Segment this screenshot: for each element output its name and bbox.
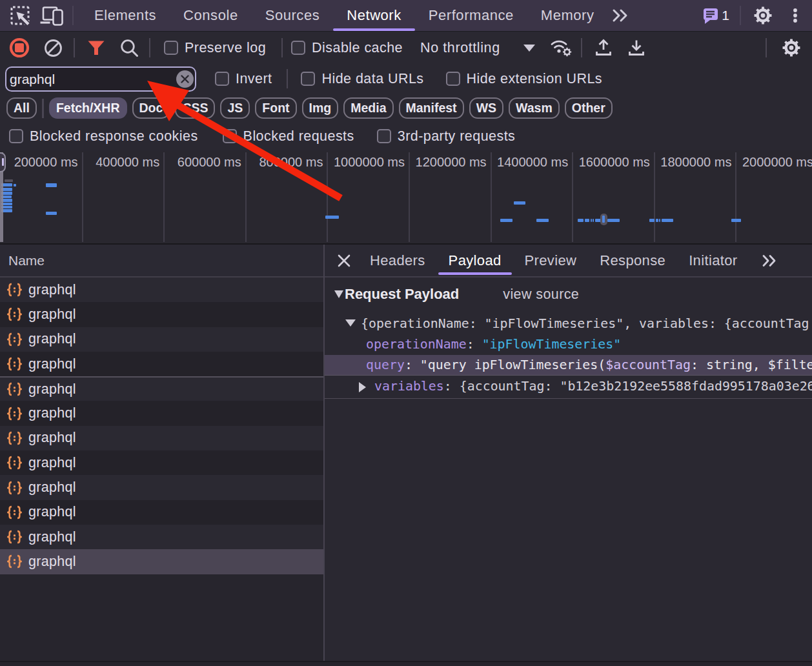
waterfall-bar bbox=[46, 183, 57, 187]
checkbox-box[interactable] bbox=[215, 72, 229, 86]
filter-pill-img[interactable]: Img bbox=[302, 97, 339, 119]
close-details-icon[interactable] bbox=[338, 254, 350, 267]
network-settings-gear-icon[interactable] bbox=[782, 39, 800, 57]
view-source-link[interactable]: view source bbox=[503, 287, 579, 303]
issues-icon[interactable] bbox=[703, 8, 718, 24]
details-tab-response[interactable]: Response bbox=[588, 245, 677, 276]
disable-cache-checkbox[interactable]: Disable cache bbox=[291, 40, 403, 56]
tab-memory[interactable]: Memory bbox=[527, 0, 608, 31]
checkbox-box[interactable] bbox=[301, 72, 315, 86]
checkbox-box[interactable] bbox=[9, 129, 23, 143]
payload-tree-row[interactable]: operationName: "ipFlowTimeseries" bbox=[325, 334, 812, 354]
network-conditions-icon[interactable] bbox=[551, 39, 573, 57]
more-tabs-icon[interactable] bbox=[608, 8, 634, 23]
overview-window-handle[interactable] bbox=[0, 152, 6, 172]
preserve-log-checkbox[interactable]: Preserve log bbox=[164, 40, 266, 56]
request-row[interactable]: graphql bbox=[0, 500, 323, 525]
network-overview-timeline[interactable]: 200000 ms400000 ms600000 ms800000 ms1000… bbox=[0, 150, 812, 245]
kebab-menu-icon[interactable] bbox=[793, 8, 798, 23]
filter-pill-media[interactable]: Media bbox=[343, 97, 393, 119]
details-tab-preview[interactable]: Preview bbox=[513, 245, 589, 276]
filter-pill-other[interactable]: Other bbox=[565, 97, 613, 119]
tab-network[interactable]: Network bbox=[333, 0, 415, 31]
filter-pill-doc[interactable]: Doc bbox=[132, 97, 170, 119]
request-row[interactable]: graphql bbox=[0, 278, 323, 302]
request-name: graphql bbox=[28, 331, 76, 347]
details-tab-initiator[interactable]: Initiator bbox=[677, 245, 749, 276]
filter-pill-font[interactable]: Font bbox=[255, 97, 296, 119]
hide-extension-urls-checkbox[interactable]: Hide extension URLs bbox=[446, 71, 603, 87]
waterfall-bar bbox=[607, 219, 620, 222]
settings-gear-icon[interactable] bbox=[754, 6, 772, 25]
filter-pill-wasm[interactable]: Wasm bbox=[509, 97, 560, 119]
waterfall-bar bbox=[536, 219, 549, 222]
filter-pill-manifest[interactable]: Manifest bbox=[399, 97, 464, 119]
request-row[interactable]: graphql bbox=[0, 450, 323, 475]
request-row[interactable]: graphql bbox=[0, 376, 323, 401]
details-tab-payload[interactable]: Payload bbox=[437, 245, 513, 276]
name-column-label: Name bbox=[8, 253, 45, 268]
hide-data-urls-checkbox[interactable]: Hide data URLs bbox=[301, 71, 423, 87]
json-braces-icon bbox=[7, 307, 22, 322]
request-row[interactable]: graphql bbox=[0, 525, 323, 549]
json-braces-icon bbox=[7, 381, 22, 397]
tab-label: Network bbox=[347, 7, 401, 24]
checkbox-label: Hide data URLs bbox=[321, 71, 423, 87]
collapsed-triangle-icon[interactable] bbox=[359, 382, 366, 392]
tab-label: Performance bbox=[429, 7, 514, 24]
requests-list: graphqlgraphqlgraphqlgraphqlgraphqlgraph… bbox=[0, 278, 323, 574]
third-party-requests-checkbox[interactable]: 3rd-party requests bbox=[377, 128, 516, 145]
issues-count: 1 bbox=[722, 8, 729, 23]
tab-performance[interactable]: Performance bbox=[415, 0, 527, 31]
tab-elements[interactable]: Elements bbox=[81, 0, 170, 31]
request-row[interactable]: graphql bbox=[0, 302, 323, 327]
filter-pill-js[interactable]: JS bbox=[220, 97, 250, 119]
filter-pill-fetch-xhr[interactable]: Fetch/XHR bbox=[49, 97, 127, 119]
tab-console[interactable]: Console bbox=[170, 0, 252, 31]
timeline-tick-label: 2000000 ms bbox=[742, 155, 812, 170]
filter-input[interactable]: graphql bbox=[5, 66, 196, 92]
request-row[interactable]: graphql bbox=[0, 327, 323, 352]
checkbox-box[interactable] bbox=[164, 41, 178, 55]
request-row[interactable]: graphql bbox=[0, 549, 323, 574]
filter-pill-ws[interactable]: WS bbox=[469, 97, 503, 119]
filter-input-value: graphql bbox=[10, 72, 176, 87]
inspect-element-icon[interactable] bbox=[9, 6, 31, 26]
invert-checkbox[interactable]: Invert bbox=[215, 71, 272, 87]
import-har-icon[interactable] bbox=[594, 39, 613, 57]
export-har-icon[interactable] bbox=[627, 39, 645, 57]
payload-tree-row[interactable]: variables: {accountTag: "b12e3b2192ee558… bbox=[325, 376, 812, 396]
timeline-tick-label: 1600000 ms bbox=[579, 155, 650, 170]
filter-pill-all[interactable]: All bbox=[6, 97, 37, 119]
clear-filter-icon[interactable] bbox=[176, 70, 194, 88]
tab-label: Memory bbox=[541, 7, 594, 24]
search-icon[interactable] bbox=[120, 39, 139, 57]
request-payload-section-header[interactable]: Request Payload view source bbox=[334, 286, 579, 303]
payload-tree-row[interactable]: query: "query ipFlowTimeseries($accountT… bbox=[325, 355, 812, 376]
filter-pill-css[interactable]: CSS bbox=[175, 97, 215, 119]
checkbox-box[interactable] bbox=[291, 41, 305, 55]
device-toolbar-icon[interactable] bbox=[39, 6, 65, 26]
request-row[interactable]: graphql bbox=[0, 352, 323, 376]
name-column-header[interactable]: Name bbox=[0, 245, 323, 278]
checkbox-box[interactable] bbox=[377, 129, 391, 143]
filter-icon[interactable] bbox=[87, 40, 105, 56]
divider bbox=[42, 99, 44, 118]
details-tab-headers[interactable]: Headers bbox=[358, 245, 437, 276]
checkbox-box[interactable] bbox=[446, 72, 460, 86]
expanded-triangle-icon[interactable] bbox=[345, 319, 356, 327]
record-network-log-icon[interactable] bbox=[9, 37, 30, 58]
tab-sources[interactable]: Sources bbox=[252, 0, 334, 31]
blocked-requests-checkbox[interactable]: Blocked requests bbox=[223, 128, 354, 145]
payload-tree-row[interactable]: {operationName: "ipFlowTimeseries", vari… bbox=[325, 313, 812, 334]
pill-label: Media bbox=[350, 101, 386, 116]
throttling-select[interactable]: No throttling bbox=[420, 40, 535, 56]
blocked-response-cookies-checkbox[interactable]: Blocked response cookies bbox=[9, 128, 198, 145]
request-row[interactable]: graphql bbox=[0, 401, 323, 425]
checkbox-box[interactable] bbox=[223, 129, 237, 143]
waterfall-bar bbox=[514, 201, 525, 205]
more-details-tabs-icon[interactable] bbox=[762, 254, 778, 267]
request-row[interactable]: graphql bbox=[0, 426, 323, 450]
clear-network-log-icon[interactable] bbox=[44, 39, 63, 57]
request-row[interactable]: graphql bbox=[0, 475, 323, 500]
